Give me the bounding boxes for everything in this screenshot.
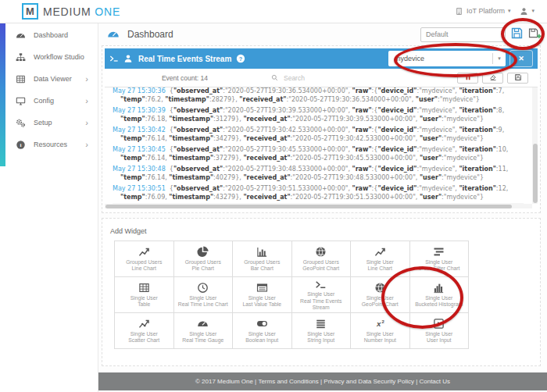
sidebar-item-data-viewer[interactable]: Data Viewer› bbox=[0, 68, 98, 90]
widget-option-line1: Grouped Users bbox=[303, 259, 339, 266]
widget-toolbar: Event count: 14 bbox=[105, 69, 538, 87]
log-entry: May 27 15:30:48 {"observed_at":"2020-05-… bbox=[113, 164, 524, 184]
widget-option-line2: Last Value Table bbox=[242, 301, 281, 308]
footer-link-terms-and-conditions[interactable]: Terms and Conditions bbox=[258, 378, 318, 385]
chevron-right-icon: › bbox=[85, 141, 88, 149]
widget-option-line2: User Input bbox=[427, 337, 451, 344]
chevron-right-icon: › bbox=[85, 119, 88, 127]
chevron-right-icon: › bbox=[85, 75, 88, 84]
sidebar-item-setup[interactable]: Setup› bbox=[0, 112, 98, 134]
widget-option-line2: Real Time Gauge bbox=[182, 337, 223, 344]
sidebar: DashboardWorkflow StudioData Viewer›Conf… bbox=[0, 23, 98, 392]
widget-option-single-user-user-input[interactable]: Single UserUser Input bbox=[410, 313, 470, 349]
events-stream-widget: Real Time Events Stream ? ▾ ✕ Event coun… bbox=[102, 45, 541, 213]
device-filter-combobox: ▾ bbox=[388, 51, 506, 66]
widget-option-line1: Single User bbox=[366, 259, 394, 266]
sidebar-item-resources[interactable]: iResources› bbox=[0, 134, 98, 155]
widget-option-single-user-bucketed-histogram[interactable]: Single UserBucketed Histogram bbox=[410, 277, 470, 313]
save-plus-icon bbox=[528, 27, 542, 42]
histogram-icon bbox=[433, 282, 445, 294]
save-dashboard-button[interactable] bbox=[509, 27, 524, 41]
widget-option-single-user-boolean-input[interactable]: Single UserBoolean Input bbox=[233, 313, 292, 349]
widget-option-line2: Number Input bbox=[364, 337, 396, 344]
caret-down-icon: ▾ bbox=[508, 8, 511, 14]
widget-title: Real Time Events Stream bbox=[138, 55, 231, 63]
help-icon[interactable]: ? bbox=[236, 54, 245, 63]
widget-option-line2: Cross Filter Chart bbox=[418, 265, 459, 273]
widget-option-grouped-users-bar-chart[interactable]: Grouped UsersBar Chart bbox=[233, 241, 292, 277]
widget-option-single-user-real-time-events-stream[interactable]: Single UserReal Time Events Stream bbox=[292, 277, 352, 313]
clear-stream-button[interactable] bbox=[482, 73, 503, 84]
footer-link-contact-us[interactable]: Contact Us bbox=[419, 378, 450, 385]
sidebar-item-label: Workflow Studio bbox=[34, 53, 84, 61]
log-timestamp: May 27 15:30:45 bbox=[113, 146, 166, 153]
pause-stream-button[interactable] bbox=[457, 73, 478, 84]
brand-logo[interactable]: M MEDIUM ONE bbox=[22, 3, 120, 20]
lines-icon bbox=[315, 318, 327, 330]
sidebar-item-config[interactable]: Config› bbox=[0, 90, 98, 112]
widget-option-line1: Single User bbox=[130, 295, 158, 302]
vertical-scrollbar-thumb[interactable] bbox=[533, 144, 538, 203]
brand-medium: MEDIUM bbox=[43, 5, 91, 18]
log-timestamp: May 27 15:30:36 bbox=[113, 87, 166, 94]
user-icon bbox=[520, 7, 528, 16]
dashboard-name-input[interactable] bbox=[420, 27, 506, 42]
widget-option-single-user-number-input[interactable]: x2Single UserNumber Input bbox=[351, 313, 410, 349]
sidebar-item-workflow-studio[interactable]: Workflow Studio bbox=[0, 46, 98, 68]
widget-option-single-user-real-time-line-chart[interactable]: Single UserReal Time Line Chart bbox=[174, 277, 234, 313]
sidebar-item-label: Config bbox=[34, 97, 54, 105]
widget-option-grouped-users-pie-chart[interactable]: Grouped UsersPie Chart bbox=[174, 241, 234, 277]
search-icon bbox=[271, 74, 278, 81]
gauge-icon bbox=[197, 318, 209, 330]
scatter-icon bbox=[138, 318, 150, 330]
widget-option-line1: Grouped Users bbox=[126, 259, 162, 266]
widget-option-single-user-cross-filter-chart[interactable]: Single UserCross Filter Chart bbox=[410, 241, 470, 277]
widget-option-single-user-line-chart[interactable]: Single UserLine Chart bbox=[351, 241, 410, 277]
widget-option-line1: Single User bbox=[366, 331, 394, 338]
x-squared-icon: x2 bbox=[374, 318, 386, 330]
sidebar-item-label: Setup bbox=[34, 119, 52, 127]
widget-option-single-user-scatter-chart[interactable]: Single UserScatter Chart bbox=[115, 313, 174, 349]
vertical-scrollbar bbox=[532, 87, 538, 204]
widget-option-grouped-users-geopoint-chart[interactable]: Grouped UsersGeoPoint Chart bbox=[292, 241, 352, 277]
widget-option-line2: Pie Chart bbox=[192, 265, 214, 273]
widget-option-line1: Single User bbox=[425, 259, 452, 266]
search-input[interactable] bbox=[282, 73, 457, 83]
footer-link-privacy-and-data-security-policy[interactable]: Privacy and Data Security Policy bbox=[324, 378, 414, 385]
sidebar-item-dashboard[interactable]: Dashboard bbox=[0, 24, 98, 46]
widget-option-single-user-last-value-table[interactable]: Single UserLast Value Table bbox=[233, 277, 292, 313]
device-filter-input[interactable] bbox=[388, 55, 492, 62]
close-widget-button[interactable]: ✕ bbox=[509, 50, 533, 67]
event-log-list: May 27 15:30:36 {"observed_at":"2020-05-… bbox=[105, 87, 538, 208]
widget-option-single-user-geopoint-chart[interactable]: Single UserGeoPoint Chart bbox=[351, 277, 410, 313]
caret-down-icon: ▾ bbox=[531, 8, 534, 14]
terminal-icon bbox=[315, 278, 327, 290]
bar-chart-icon bbox=[256, 246, 268, 258]
add-dashboard-button[interactable] bbox=[527, 27, 542, 41]
widget-option-line1: Single User bbox=[425, 331, 452, 338]
chevron-right-icon: › bbox=[85, 97, 88, 105]
log-timestamp: May 27 15:30:51 bbox=[113, 185, 166, 192]
event-log-area: May 27 15:30:36 {"observed_at":"2020-05-… bbox=[105, 87, 538, 208]
widget-option-grouped-users-line-chart[interactable]: Grouped UsersLine Chart bbox=[115, 241, 174, 277]
event-count-label: Event count: 14 bbox=[105, 74, 265, 82]
log-entry: May 27 15:30:51 {"observed_at":"2020-05-… bbox=[113, 184, 524, 203]
save-icon bbox=[514, 72, 522, 84]
add-widget-grid: Grouped UsersLine ChartGrouped UsersPie … bbox=[114, 241, 469, 349]
account-menu[interactable]: ▾ bbox=[515, 7, 539, 16]
svg-text:i: i bbox=[20, 142, 22, 148]
dashboard-title-row: Dashboard bbox=[98, 23, 547, 46]
widget-option-single-user-string-input[interactable]: Single UserString Input bbox=[292, 313, 352, 349]
gauge-icon bbox=[16, 30, 26, 41]
widget-option-single-user-table[interactable]: Single UserTable bbox=[115, 277, 174, 313]
log-timestamp: May 27 15:30:39 bbox=[113, 107, 166, 114]
platform-menu[interactable]: IoT Platform ▾ bbox=[450, 7, 515, 16]
widget-option-single-user-real-time-gauge[interactable]: Single UserReal Time Gauge bbox=[174, 313, 234, 349]
horizontal-scrollbar-thumb[interactable] bbox=[105, 205, 512, 208]
export-stream-button[interactable] bbox=[507, 73, 528, 84]
horizontal-scrollbar bbox=[105, 204, 532, 208]
sidebar-item-label: Resources bbox=[34, 141, 67, 148]
save-icon bbox=[510, 27, 524, 42]
caret-down-icon[interactable]: ▾ bbox=[492, 53, 506, 64]
platform-menu-label: IoT Platform bbox=[467, 7, 505, 15]
